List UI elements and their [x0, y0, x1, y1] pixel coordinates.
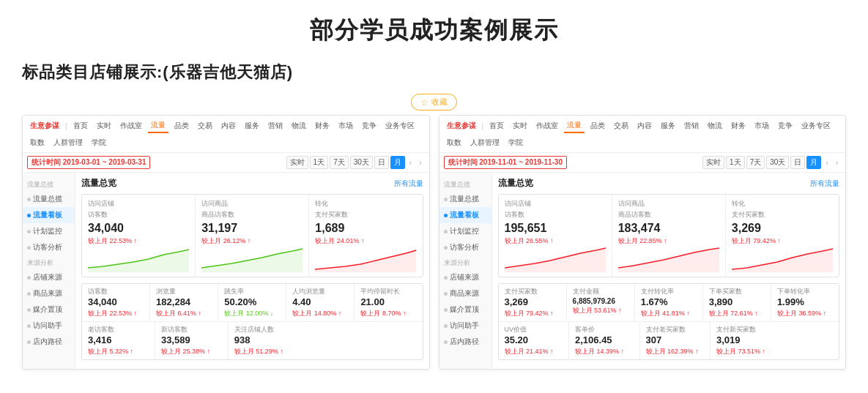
bookmark-area: ☆ 收藏: [22, 94, 846, 111]
right-nav-crowd[interactable]: 人群管理: [467, 136, 502, 149]
main-title: 部分学员成功案例展示: [22, 15, 846, 47]
left-nav-logistics[interactable]: 物流: [289, 119, 309, 132]
left-stats-row-1: 访客数 34,040 较上月 22.53% ↑ 浏览量 182,284 较上月 …: [82, 284, 423, 322]
right-time-30d[interactable]: 30天: [766, 156, 789, 169]
left-metric-product-sublabel: 商品访客数: [201, 210, 303, 220]
left-sidebar-overview[interactable]: 流量总揽: [23, 191, 75, 207]
left-nav-crowd[interactable]: 人群管理: [51, 136, 86, 149]
right-date-badge[interactable]: 统计时间 2019-11-01 ~ 2019-11-30: [444, 156, 567, 169]
right-time-month[interactable]: 月: [806, 156, 821, 169]
right-nav-category[interactable]: 品类: [587, 119, 608, 132]
bookmark-label: 收藏: [431, 97, 448, 108]
left-sidebar-assistant[interactable]: 访问助手: [23, 318, 75, 334]
right-stat-amount: 支付金额 6,885,979.26 较上月 53.61% ↑: [567, 284, 635, 321]
left-sidebar-media[interactable]: 媒介置顶: [23, 302, 75, 318]
right-all-link[interactable]: 所有流量: [810, 179, 839, 189]
left-sidebar-active-dot: [27, 214, 31, 217]
left-time-30d[interactable]: 30天: [350, 156, 373, 169]
left-time-day[interactable]: 日: [374, 156, 389, 169]
left-nav-finance[interactable]: 财务: [312, 119, 333, 132]
right-nav-market[interactable]: 市场: [752, 119, 772, 132]
left-metric-shop-label: 访问店铺: [88, 199, 189, 209]
right-nav-home[interactable]: 首页: [486, 119, 507, 132]
left-sidebar-path[interactable]: 店内路径: [23, 334, 75, 350]
right-nav-battle[interactable]: 作战室: [533, 119, 561, 132]
right-time-1d[interactable]: 1天: [726, 156, 745, 169]
left-all-link[interactable]: 所有流量: [394, 179, 423, 189]
right-sidebar-assistant[interactable]: 访问助手: [439, 318, 492, 334]
right-sidebar-overview[interactable]: 流量总揽: [439, 191, 492, 207]
left-nav-realtime[interactable]: 实时: [94, 119, 114, 132]
right-nav-academy[interactable]: 学院: [505, 136, 526, 149]
right-time-realtime[interactable]: 实时: [702, 156, 724, 169]
left-date-badge[interactable]: 统计时间 2019-03-01 ~ 2019-03-31: [27, 156, 150, 169]
right-sidebar-group2: 来源分析: [439, 255, 492, 269]
right-sidebar-shop-source[interactable]: 店铺来源: [439, 269, 492, 285]
right-sidebar-media[interactable]: 媒介置顶: [439, 302, 492, 318]
right-nav-service[interactable]: 服务: [658, 119, 678, 132]
left-sidebar-dot: [27, 198, 31, 201]
left-metric-shop: 访问店铺 访客数 34,040 较上月 22.53% ↑: [82, 195, 196, 277]
right-metric-shop: 访问店铺 访客数 195,651 较上月 26.55% ↑: [499, 195, 612, 277]
right-sidebar-path[interactable]: 店内路径: [439, 334, 492, 350]
left-nav-category[interactable]: 品类: [171, 119, 192, 132]
right-chevron-prev[interactable]: ‹: [823, 158, 831, 168]
left-sidebar-shop-source[interactable]: 店铺来源: [23, 269, 75, 285]
right-time-7d[interactable]: 7天: [746, 156, 765, 169]
right-nav-logistics[interactable]: 物流: [705, 119, 725, 132]
left-sidebar: 流量总揽 流量总揽 流量看板 计划监控 访客分: [23, 173, 75, 369]
left-nav-battle[interactable]: 作战室: [117, 119, 145, 132]
right-nav-finance[interactable]: 财务: [728, 119, 749, 132]
right-nav-biz[interactable]: 业务专区: [798, 119, 834, 132]
left-nav-flow[interactable]: 流量: [148, 119, 168, 133]
left-nav-service[interactable]: 服务: [242, 119, 262, 132]
left-chevron-next[interactable]: ›: [416, 158, 424, 168]
right-nav-fetch[interactable]: 取数: [444, 136, 464, 149]
right-sidebar-visitor[interactable]: 访客分析: [439, 239, 492, 255]
right-nav-marketing[interactable]: 营销: [681, 119, 702, 132]
right-sidebar-plan[interactable]: 计划监控: [439, 223, 492, 239]
left-time-realtime[interactable]: 实时: [286, 156, 308, 169]
right-nav-compete[interactable]: 竞争: [775, 119, 795, 132]
left-metric-conversion-label: 转化: [315, 199, 416, 209]
left-sidebar-product-source[interactable]: 商品来源: [23, 285, 75, 302]
right-nav-trade[interactable]: 交易: [611, 119, 631, 132]
left-time-buttons: 实时 1天 7天 30天 日 月 ‹ ›: [286, 156, 425, 169]
left-nav-market[interactable]: 市场: [335, 119, 356, 132]
right-dashboard-panel: 生意参谋 | 首页 实时 作战室 流量 品类 交易 内容 服务 营销 物流 财务…: [439, 115, 847, 370]
left-time-1d[interactable]: 1天: [310, 156, 329, 169]
left-chart-shop: [88, 246, 189, 272]
right-sidebar-product-source[interactable]: 商品来源: [439, 285, 492, 302]
right-nav-content[interactable]: 内容: [634, 119, 655, 132]
left-metric-product: 访问商品 商品访客数 31,197 较上月 26.12% ↑: [196, 195, 309, 277]
right-chevron-next[interactable]: ›: [833, 158, 841, 168]
right-stat-conv-rate: 支付转化率 1.67% 较上月 41.81% ↑: [635, 284, 703, 321]
right-nav-main[interactable]: 生意参谋: [444, 119, 479, 132]
left-nav-content[interactable]: 内容: [218, 119, 239, 132]
left-chevron-prev[interactable]: ‹: [407, 158, 415, 168]
right-nav-flow[interactable]: 流量: [564, 119, 585, 133]
left-nav-home[interactable]: 首页: [70, 119, 91, 132]
right-date-bar: 统计时间 2019-11-01 ~ 2019-11-30 实时 1天 7天 30…: [439, 153, 846, 173]
left-nav-biz[interactable]: 业务专区: [382, 119, 418, 132]
left-nav-trade[interactable]: 交易: [195, 119, 215, 132]
left-nav-academy[interactable]: 学院: [89, 136, 109, 149]
right-panel-body: 流量总揽 流量总揽 流量看板 计划监控 访客分: [439, 173, 846, 369]
left-nav-main[interactable]: 生意参谋: [27, 119, 62, 132]
left-sidebar-board[interactable]: 流量看板: [23, 207, 75, 223]
left-nav-marketing[interactable]: 营销: [265, 119, 286, 132]
left-time-7d[interactable]: 7天: [330, 156, 349, 169]
left-nav-fetch[interactable]: 取数: [27, 136, 48, 149]
left-nav-compete[interactable]: 竞争: [359, 119, 379, 132]
right-time-day[interactable]: 日: [790, 156, 805, 169]
svg-marker-2: [315, 250, 416, 272]
left-chart-product: [201, 246, 303, 272]
bookmark-button[interactable]: ☆ 收藏: [411, 94, 457, 111]
left-sidebar-visitor[interactable]: 访客分析: [23, 239, 75, 255]
left-metric-conversion-value: 1,689: [315, 221, 416, 235]
left-stats-grid: 访客数 34,040 较上月 22.53% ↑ 浏览量 182,284 较上月 …: [81, 283, 423, 360]
right-sidebar-board[interactable]: 流量看板: [439, 207, 492, 223]
left-sidebar-plan[interactable]: 计划监控: [23, 223, 75, 239]
right-nav-realtime[interactable]: 实时: [510, 119, 530, 132]
left-time-month[interactable]: 月: [390, 156, 405, 169]
